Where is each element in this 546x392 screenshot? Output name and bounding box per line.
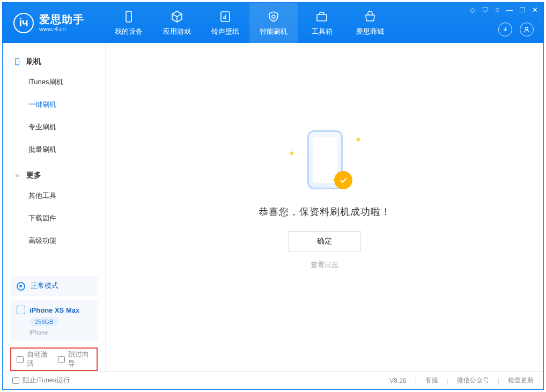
sidebar-item-other-tools[interactable]: 其他工具 [3,184,105,207]
maximize-button[interactable]: ☐ [519,6,526,14]
title-bar: iч 爱思助手 www.i4.cn 我的设备 应用游戏 铃声壁纸 智能刷机 [3,3,543,43]
sidebar-item-itunes-flash[interactable]: iTunes刷机 [3,71,105,93]
success-message: 恭喜您，保资料刷机成功啦！ [259,205,391,218]
device-subtype: iPhone [29,329,91,336]
svg-rect-4 [16,58,19,65]
sidebar-item-download-firmware[interactable]: 下载固件 [3,207,105,230]
checkbox-skip-guide[interactable]: 跳过向导 [58,350,92,368]
tab-store[interactable]: 爱思商城 [346,3,394,43]
skin-icon[interactable]: ◇ [470,6,475,14]
version-label: V8.16 [389,377,406,384]
minimize-button[interactable]: — [506,6,513,14]
mode-icon [17,282,25,291]
sidebar-item-pro-flash[interactable]: 专业刷机 [3,116,105,138]
tab-smart-flash[interactable]: 智能刷机 [249,3,298,43]
user-icon[interactable] [520,23,534,36]
feedback-icon[interactable]: 🗨 [482,6,489,14]
sidebar-group-flash: 刷机 iTunes刷机 一键刷机 专业刷机 批量刷机 [3,53,105,166]
highlighted-options: 自动激活 跳过向导 [10,347,98,371]
mode-card[interactable]: 正常模式 [10,276,98,296]
app-logo: iч 爱思助手 www.i4.cn [3,3,105,43]
shop-icon [363,10,378,24]
main-content: 恭喜您，保资料刷机成功啦！ 确定 查看日志 [106,43,543,371]
svg-rect-0 [126,11,131,22]
device-phone-icon [17,306,25,314]
mode-label: 正常模式 [31,282,58,291]
toolbox-icon [314,10,329,24]
download-icon[interactable] [498,23,512,36]
svg-rect-2 [317,14,327,21]
sidebar-header-flash: 刷机 [3,53,105,71]
sparkle-icon [290,151,294,156]
sidebar-header-more: ≡ 更多 [3,166,105,184]
sidebar-group-more: ≡ 更多 其他工具 下载固件 高级功能 [3,166,105,257]
device-icon [121,10,136,24]
list-icon: ≡ [13,172,21,179]
link-support[interactable]: 客服 [425,376,438,385]
window-controls: ◇ 🗨 ≡ — ☐ ✕ [470,6,538,14]
status-bar: 阻止iTunes运行 V8.16 | 客服 | 微信公众号 | 检查更新 [3,371,543,389]
sidebar: 刷机 iTunes刷机 一键刷机 专业刷机 批量刷机 ≡ 更多 其他工具 下载固… [3,43,106,371]
view-log-link[interactable]: 查看日志 [311,260,338,270]
sidebar-item-batch-flash[interactable]: 批量刷机 [3,138,105,161]
menu-icon[interactable]: ≡ [495,6,499,14]
logo-mark-icon: iч [13,13,34,33]
link-wechat[interactable]: 微信公众号 [457,376,489,385]
tab-apps-games[interactable]: 应用游戏 [153,3,201,43]
app-url: www.i4.cn [39,26,84,33]
success-illustration [287,128,362,193]
checkbox-block-itunes[interactable]: 阻止iTunes运行 [12,376,70,385]
ok-button[interactable]: 确定 [288,231,361,252]
check-badge-icon [334,171,352,189]
device-name: iPhone XS Max [29,306,79,314]
refresh-shield-icon [266,10,281,24]
tab-ringtones-wallpapers[interactable]: 铃声壁纸 [201,3,249,43]
cube-icon [169,10,185,24]
phone-icon [13,58,21,65]
tab-toolbox[interactable]: 工具箱 [298,3,346,43]
device-card[interactable]: iPhone XS Max 256GB iPhone [10,300,98,341]
app-name: 爱思助手 [39,13,84,26]
close-button[interactable]: ✕ [532,6,538,14]
app-window: iч 爱思助手 www.i4.cn 我的设备 应用游戏 铃声壁纸 智能刷机 [2,2,544,390]
body: 刷机 iTunes刷机 一键刷机 专业刷机 批量刷机 ≡ 更多 其他工具 下载固… [3,43,543,371]
titlebar-actions [498,23,534,36]
music-note-icon [218,10,233,24]
svg-point-3 [526,27,528,30]
link-check-update[interactable]: 检查更新 [508,376,534,385]
svg-rect-1 [221,12,230,21]
sidebar-item-oneclick-flash[interactable]: 一键刷机 [3,93,105,116]
sparkle-icon [356,137,360,142]
tab-my-device[interactable]: 我的设备 [105,3,153,43]
checkbox-auto-activate[interactable]: 自动激活 [17,350,50,368]
sidebar-item-advanced[interactable]: 高级功能 [3,230,105,252]
device-capacity: 256GB [29,317,58,326]
